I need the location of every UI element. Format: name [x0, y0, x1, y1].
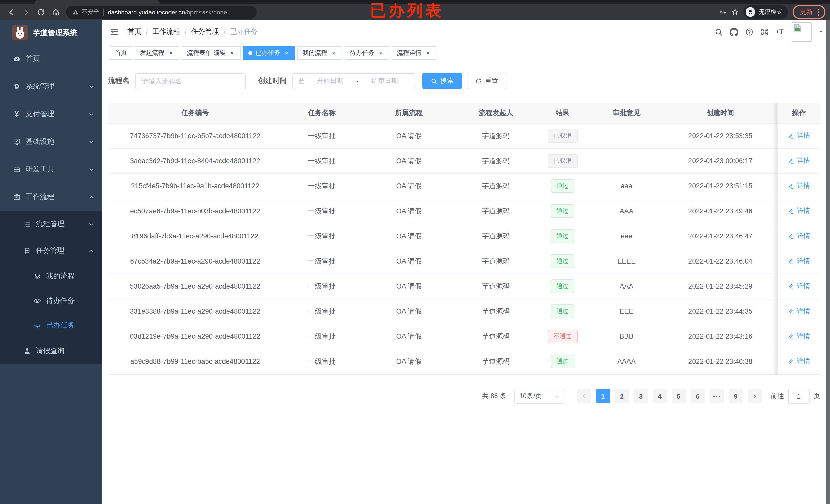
- browser-active-tab[interactable]: [34, 0, 160, 4]
- home-icon[interactable]: [49, 5, 62, 19]
- close-icon[interactable]: ×: [283, 49, 290, 57]
- bookmark-star-icon[interactable]: [731, 8, 739, 16]
- detail-label: 详情: [797, 307, 810, 316]
- tab-item[interactable]: 我的流程×: [297, 46, 342, 60]
- tab-item[interactable]: 首页: [109, 46, 132, 60]
- tab-item[interactable]: 已办任务×: [243, 46, 295, 60]
- page-button-5[interactable]: 5: [672, 389, 686, 403]
- breadcrumb-item[interactable]: 任务管理: [191, 27, 219, 36]
- detail-button[interactable]: 详情: [788, 181, 810, 191]
- cell-task-id: 53026aa5-7b9a-11ec-a290-acde48001122: [108, 274, 282, 299]
- main-area: 首页/工作流程/任务管理/已办任务 TT 首页发起流程×流程表单-编辑×已办任务…: [102, 21, 830, 504]
- page-button-9[interactable]: 9: [728, 389, 743, 403]
- close-icon[interactable]: ×: [330, 49, 337, 57]
- sidebar-item[interactable]: 流程管理: [0, 211, 102, 237]
- tab-item[interactable]: 流程表单-编辑×: [182, 46, 241, 60]
- cell-task-id: a59c9d88-7b99-11ec-ba5c-acde48001122: [108, 349, 282, 374]
- github-icon[interactable]: [730, 27, 738, 36]
- table-row: a59c9d88-7b99-11ec-ba5c-acde48001122一级审批…: [108, 349, 820, 374]
- detail-label: 详情: [797, 206, 810, 216]
- navbar: 首页/工作流程/任务管理/已办任务 TT: [102, 21, 830, 43]
- table-header-row: 任务编号任务名称所属流程流程发起人结果审批意见创建时间操作: [108, 103, 820, 123]
- sidebar-item[interactable]: 任务管理: [0, 237, 102, 264]
- page-button-4[interactable]: 4: [652, 389, 667, 403]
- reload-icon[interactable]: [34, 5, 47, 19]
- page-button-3[interactable]: 3: [634, 389, 648, 403]
- detail-button[interactable]: 详情: [788, 156, 810, 166]
- cell-task-id: 67c534a2-7b9a-11ec-a290-acde48001122: [108, 249, 282, 274]
- page-more-button[interactable]: [709, 389, 724, 403]
- column-header: 所属流程: [361, 103, 456, 123]
- column-header: 任务编号: [108, 103, 282, 123]
- hamburger-icon[interactable]: [109, 27, 119, 36]
- goto-page-input[interactable]: [788, 389, 809, 403]
- detail-button[interactable]: 详情: [788, 232, 810, 241]
- back-icon[interactable]: [5, 5, 18, 19]
- address-bar[interactable]: 不安全 dashboard.yudao.iocoder.cn/bpm/task/…: [66, 5, 257, 19]
- font-size-icon[interactable]: TT: [776, 28, 784, 36]
- breadcrumb-item[interactable]: 工作流程: [153, 27, 180, 36]
- sidebar-item[interactable]: ¥支付管理: [0, 100, 102, 128]
- sidebar-item[interactable]: 已办任务: [0, 313, 102, 338]
- breadcrumb-item[interactable]: 首页: [127, 27, 141, 36]
- detail-button[interactable]: 详情: [788, 206, 810, 216]
- tab-item[interactable]: 流程详情×: [392, 46, 436, 60]
- detail-button[interactable]: 详情: [788, 307, 810, 316]
- detail-button[interactable]: 详情: [788, 357, 810, 366]
- cell-process: OA 请假: [361, 324, 456, 349]
- sidebar-item[interactable]: 首页: [0, 45, 102, 73]
- sidebar-item[interactable]: 研发工具: [0, 156, 102, 183]
- detail-button[interactable]: 详情: [788, 257, 810, 266]
- tab-item[interactable]: 待办任务×: [345, 46, 389, 60]
- detail-button[interactable]: 详情: [788, 131, 810, 140]
- sidebar-item-label: 任务管理: [36, 246, 65, 255]
- result-badge: 已取消: [548, 129, 577, 143]
- search-label: 搜索: [440, 76, 454, 86]
- sidebar-item[interactable]: 我的流程: [0, 264, 102, 289]
- sidebar-item[interactable]: 基础设施: [0, 128, 102, 156]
- logo-row[interactable]: 芋道管理系统: [0, 21, 102, 45]
- sidebar-item[interactable]: 工作流程: [0, 183, 102, 211]
- close-icon[interactable]: ×: [167, 49, 174, 57]
- key-icon[interactable]: [719, 8, 727, 16]
- process-name-input[interactable]: [135, 73, 246, 89]
- start-date-placeholder: 开始日期: [305, 76, 355, 86]
- detail-button[interactable]: 详情: [788, 332, 810, 341]
- page-button-6[interactable]: 6: [691, 389, 705, 403]
- page-button-2[interactable]: 2: [615, 389, 629, 403]
- page-size-select[interactable]: 10条/页: [514, 389, 565, 403]
- page-scrollbar[interactable]: [826, 21, 830, 504]
- close-icon[interactable]: ×: [229, 49, 235, 57]
- help-icon[interactable]: [745, 27, 754, 36]
- edit-pen-icon: [788, 283, 794, 290]
- sidebar-item[interactable]: 待办任务: [0, 289, 102, 313]
- table-wrap: 任务编号任务名称所属流程流程发起人结果审批意见创建时间操作 74736737-7…: [108, 103, 820, 374]
- search-button[interactable]: 搜索: [422, 73, 462, 89]
- tab-label: 首页: [115, 48, 127, 57]
- cell-task-id: 215cf4e5-7b9b-11ec-9a1b-acde48001122: [108, 173, 282, 199]
- forward-icon[interactable]: [20, 5, 33, 19]
- prev-page-button[interactable]: [577, 389, 591, 403]
- column-header: 流程发起人: [456, 103, 536, 123]
- next-page-button[interactable]: [747, 389, 762, 403]
- close-icon[interactable]: ×: [424, 49, 431, 57]
- detail-button[interactable]: 详情: [788, 282, 810, 291]
- cell-opinion: eee: [589, 224, 664, 249]
- chevron-down-icon[interactable]: [818, 29, 823, 34]
- reset-button[interactable]: 重置: [467, 73, 506, 89]
- search-icon[interactable]: [714, 27, 723, 36]
- browser-menu-icon[interactable]: [817, 8, 820, 15]
- fullscreen-icon[interactable]: [760, 27, 769, 36]
- avatar[interactable]: [792, 22, 811, 42]
- tab-item[interactable]: 发起流程×: [135, 46, 179, 60]
- gear-icon: [12, 82, 21, 91]
- sidebar-item[interactable]: 系统管理: [0, 73, 102, 100]
- close-icon[interactable]: ×: [377, 49, 384, 57]
- sidebar-item[interactable]: 请假查询: [0, 338, 102, 364]
- update-button[interactable]: 更新: [793, 5, 825, 19]
- sidebar-item-label: 研发工具: [26, 165, 54, 174]
- result-badge: 通过: [551, 229, 574, 243]
- cell-opinion: AAA: [589, 199, 664, 224]
- date-range-picker[interactable]: 开始日期 - 结束日期: [292, 73, 415, 89]
- page-button-1[interactable]: 1: [596, 389, 610, 403]
